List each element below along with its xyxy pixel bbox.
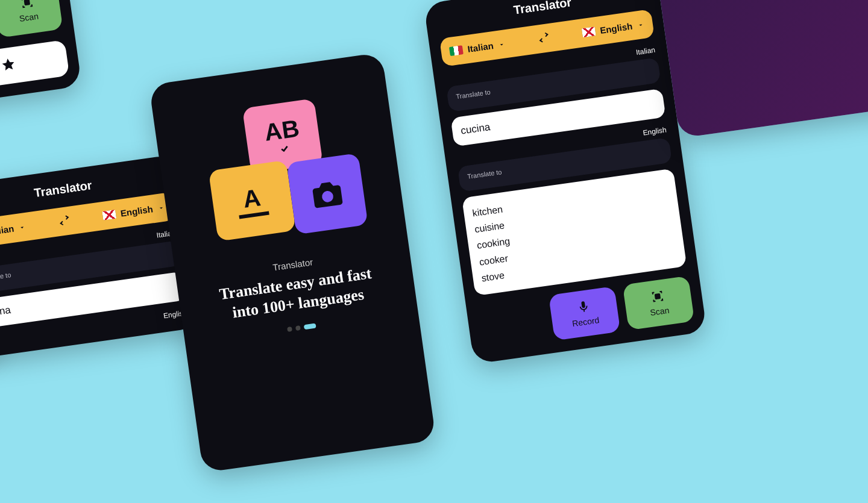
splash-illustration: AB A (165, 89, 395, 256)
record-button[interactable]: Record (549, 286, 620, 340)
results-list: kitchen cuisine cooking cooker stove (471, 178, 678, 286)
scan-button[interactable]: Scan (623, 275, 694, 330)
target-language[interactable]: English (102, 202, 166, 220)
phone-translate-result: Translate to English Translate to Where … (0, 0, 82, 118)
svg-rect-2 (655, 293, 660, 298)
camera-icon (308, 175, 346, 213)
phone-translator-results: Translator Italian English Italian Trans… (424, 0, 707, 364)
phone-splash: AB A Translator Translate easy and fast … (149, 52, 436, 472)
flag-italy-icon (449, 45, 464, 56)
dot[interactable] (287, 326, 292, 332)
dot[interactable] (295, 325, 301, 331)
dot-active[interactable] (304, 323, 316, 330)
chevron-down-icon (637, 20, 645, 29)
favorites-icon[interactable] (0, 56, 16, 75)
chevron-down-icon (18, 223, 27, 231)
svg-rect-0 (24, 0, 29, 5)
camera-tile (286, 152, 368, 234)
source-language[interactable]: Italian (0, 221, 27, 239)
swap-languages-icon[interactable] (537, 30, 551, 46)
flag-uk-icon (102, 209, 116, 220)
chevron-down-icon (157, 203, 166, 211)
source-language[interactable]: Italian (449, 39, 506, 57)
scan-button[interactable]: Scan (0, 0, 63, 37)
bottom-nav: + (0, 39, 69, 105)
text-tile: A (209, 160, 296, 241)
chevron-down-icon (498, 40, 506, 48)
flag-uk-icon (582, 27, 596, 37)
swap-languages-icon[interactable] (57, 213, 71, 229)
target-language[interactable]: English (581, 19, 645, 37)
check-icon (275, 142, 294, 154)
